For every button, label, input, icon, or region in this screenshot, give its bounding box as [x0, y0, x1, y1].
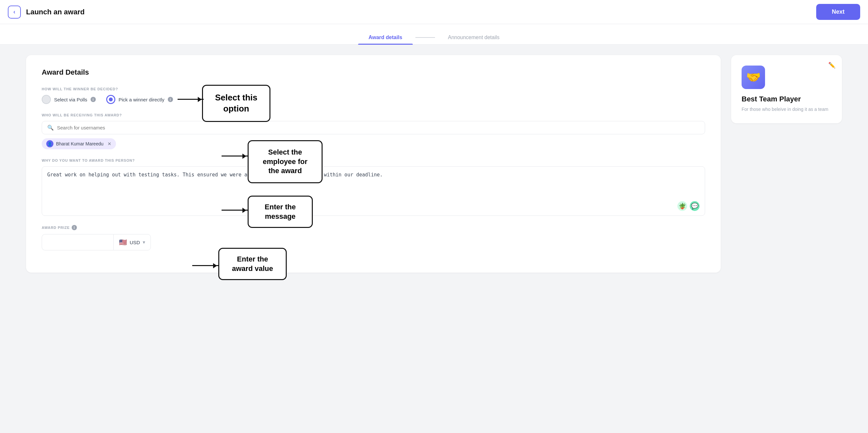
header: ‹ Launch an award Next [0, 0, 868, 24]
tab-award-details[interactable]: Award details [358, 31, 413, 44]
winner-label: HOW WILL THE WINNER BE DECIDED? [42, 87, 705, 91]
tab-announcement-details[interactable]: Announcement details [438, 31, 510, 44]
search-input-wrap[interactable]: 🔍 [42, 121, 705, 134]
tab-divider [415, 37, 435, 38]
prize-input[interactable]: 50 [42, 234, 114, 251]
currency-select[interactable]: 🇺🇸 USD ▾ [114, 234, 151, 251]
flag-icon: 🇺🇸 [119, 238, 127, 246]
reason-textarea[interactable]: Great work on helping out with testing t… [47, 171, 700, 197]
chevron-down-icon: ▾ [143, 239, 145, 245]
reason-label: WHY DO YOU WANT TO AWARD THIS PERSON? [42, 158, 705, 163]
textarea-icons: 🪴 💬 [47, 201, 700, 211]
radio-polls-option[interactable]: Select via Polls i [42, 95, 96, 104]
recipient-group: WHO WILL BE RECEIVING THIS AWARD? 🔍 👤 Bh… [42, 113, 705, 149]
prize-info-icon[interactable]: i [72, 225, 77, 230]
edit-icon[interactable]: ✏️ [828, 62, 835, 69]
radio-direct-circle [106, 95, 115, 104]
header-left: ‹ Launch an award [8, 5, 85, 19]
back-button[interactable]: ‹ [8, 5, 21, 19]
award-icon: 🤝 [742, 65, 765, 89]
employee-tag: 👤 Bharat Kumar Mareedu ✕ [42, 138, 116, 149]
search-icon: 🔍 [47, 124, 54, 131]
tabs: Award details Announcement details [0, 24, 868, 45]
search-input[interactable] [57, 125, 700, 131]
direct-info-icon[interactable]: i [168, 97, 173, 102]
chat-icon[interactable]: 💬 [690, 201, 700, 211]
reason-group: WHY DO YOU WANT TO AWARD THIS PERSON? Gr… [42, 158, 705, 216]
prize-row: 50 🇺🇸 USD ▾ [42, 234, 705, 251]
radio-polls-label: Select via Polls [54, 97, 87, 103]
radio-direct-label: Pick a winner directly [119, 97, 164, 103]
prize-group: AWARD PRIZE i 50 🇺🇸 USD ▾ [42, 225, 705, 251]
sidebar-card: ✏️ 🤝 Best Team Player For those who bele… [731, 55, 842, 123]
radio-polls-circle [42, 95, 51, 104]
recipient-label: WHO WILL BE RECEIVING THIS AWARD? [42, 113, 705, 117]
textarea-wrap: Great work on helping out with testing t… [42, 166, 705, 216]
winner-decision-group: HOW WILL THE WINNER BE DECIDED? Select v… [42, 87, 705, 104]
next-button[interactable]: Next [816, 4, 860, 20]
chevron-left-icon: ‹ [13, 8, 15, 15]
form-section-title: Award Details [42, 68, 705, 77]
tag-avatar: 👤 [46, 140, 54, 147]
form-card: Award Details HOW WILL THE WINNER BE DEC… [26, 55, 721, 272]
emoji-icon[interactable]: 🪴 [677, 201, 687, 211]
radio-direct-option[interactable]: Pick a winner directly i [106, 95, 173, 104]
main-content: Award Details HOW WILL THE WINNER BE DEC… [0, 45, 868, 283]
radio-row: Select via Polls i Pick a winner directl… [42, 95, 705, 104]
page-title: Launch an award [26, 8, 85, 16]
polls-info-icon[interactable]: i [91, 97, 96, 102]
award-name: Best Team Player [742, 95, 832, 103]
award-desc: For those who beleive in doing it as a t… [742, 106, 832, 113]
prize-label: AWARD PRIZE i [42, 225, 705, 230]
tag-remove-button[interactable]: ✕ [107, 141, 112, 146]
